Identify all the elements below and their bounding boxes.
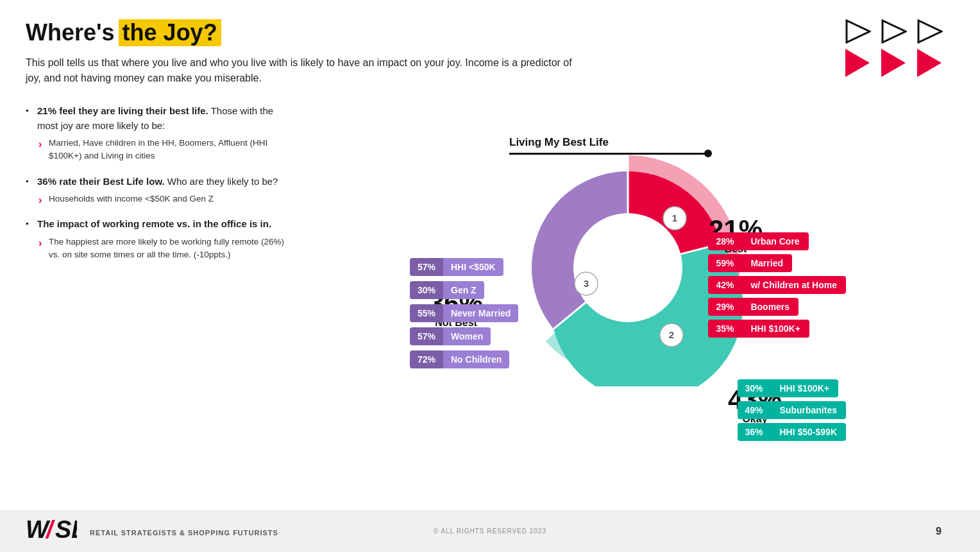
red-play-1 — [845, 49, 870, 77]
svg-text:/: / — [45, 516, 55, 542]
right-tags-top: 28% Urban Core 59% Married 42% w/ Childr… — [708, 232, 846, 338]
svg-marker-0 — [847, 21, 870, 42]
tag-nochildren: 72% No Children — [410, 350, 518, 368]
rtag-urbancore-pct: 28% — [708, 232, 741, 250]
footer-tagline: RETAIL STRATEGISTS & SHOPPING FUTURISTS — [90, 529, 278, 537]
chart-title-text: Living My Best Life — [509, 136, 609, 148]
bullet-sub-3: The happiest are more likely to be worki… — [26, 236, 289, 262]
rtag-married-label: Married — [741, 254, 792, 272]
bullet-main-1: 21% feel they are living their best life… — [26, 104, 289, 133]
tag-nevermarried-pct: 55% — [410, 304, 443, 322]
left-panel: 21% feel they are living their best life… — [26, 98, 289, 496]
chart-container: Living My Best Life — [410, 117, 846, 476]
circle-3-text: 3 — [584, 278, 589, 289]
title-prefix: Where's — [26, 19, 115, 46]
rtag-children-home-pct: 42% — [708, 276, 741, 294]
circle-1-text: 1 — [672, 212, 677, 223]
bullet-section-1: 21% feel they are living their best life… — [26, 104, 289, 163]
bullet-main-3: The impact of working remote vs. in the … — [26, 217, 289, 232]
red-play-3 — [917, 49, 942, 77]
left-tags: 57% HHI <$50K 30% Gen Z 55% Never Marrie… — [410, 258, 518, 368]
subtitle: This poll tells us that where you live a… — [26, 55, 577, 86]
outline-play-1 — [845, 19, 870, 42]
tag-hhi50k: 57% HHI <$50K — [410, 258, 518, 276]
tag-genz-label: Gen Z — [443, 281, 484, 299]
rtag-hhi5099k-pct: 36% — [738, 423, 771, 441]
rtag-hhi100k-bot: 30% HHI $100K+ — [738, 379, 847, 397]
footer-copyright: © ALL RIGHTS RESERVED 2023 — [434, 528, 546, 535]
rtag-suburbanites-pct: 49% — [738, 401, 771, 419]
footer-page-number: 9 — [936, 526, 942, 537]
footer-logo-area: W / SL — [26, 515, 77, 548]
rtag-suburbanites: 49% Suburbanites — [738, 401, 847, 419]
rtag-hhi100k-top: 35% HHI $100K+ — [708, 320, 846, 338]
bullet-sub-2: Households with income <$50K and Gen Z — [26, 193, 289, 205]
tag-nochildren-pct: 72% — [410, 350, 443, 368]
bullet-section-3: The impact of working remote vs. in the … — [26, 217, 289, 261]
circle-2-text: 2 — [669, 329, 674, 340]
rtag-hhi100k-top-label: HHI $100K+ — [741, 320, 809, 338]
page: Where's the Joy? This poll tells us that… — [0, 0, 980, 552]
tag-nochildren-label: No Children — [443, 350, 509, 368]
red-play-row — [845, 49, 942, 77]
wsl-logo-svg: W / SL — [26, 515, 77, 542]
rtag-hhi5099k-label: HHI $50-$99K — [771, 423, 847, 441]
bullet-sub-1: Married, Have children in the HH, Boomer… — [26, 137, 289, 163]
chart-area: Living My Best Life — [301, 98, 954, 496]
rtag-married: 59% Married — [708, 254, 846, 272]
outline-play-row — [845, 19, 942, 42]
rtag-boomers-label: Boomers — [741, 298, 798, 316]
rtag-hhi5099k: 36% HHI $50-$99K — [738, 423, 847, 441]
rtag-children-home: 42% w/ Children at Home — [708, 276, 846, 294]
bullet-main-2: 36% rate their Best Life low. Who are th… — [26, 175, 289, 189]
rtag-married-pct: 59% — [708, 254, 741, 272]
tag-women-label: Women — [443, 327, 491, 345]
main-content: 21% feel they are living their best life… — [26, 98, 954, 496]
red-play-2 — [881, 49, 906, 77]
tag-women-pct: 57% — [410, 327, 443, 345]
title-highlight: the Joy? — [119, 19, 221, 46]
rtag-boomers: 29% Boomers — [708, 298, 846, 316]
tag-women: 57% Women — [410, 327, 518, 345]
right-tags-bottom: 30% HHI $100K+ 49% Suburbanites 36% HHI … — [738, 379, 847, 441]
rtag-hhi100k-bot-pct: 30% — [738, 379, 771, 397]
tag-nevermarried: 55% Never Married — [410, 304, 518, 322]
rtag-hhi100k-bot-label: HHI $100K+ — [771, 379, 838, 397]
rtag-hhi100k-top-pct: 35% — [708, 320, 741, 338]
svg-marker-1 — [883, 21, 906, 42]
svg-text:SL: SL — [55, 516, 77, 542]
rtag-urbancore: 28% Urban Core — [708, 232, 846, 250]
bullet-section-2: 36% rate their Best Life low. Who are th… — [26, 175, 289, 206]
footer: W / SL RETAIL STRATEGISTS & SHOPPING FUT… — [0, 510, 980, 552]
rtag-suburbanites-label: Suburbanites — [771, 401, 846, 419]
title-row: Where's the Joy? — [26, 19, 954, 46]
rtag-children-home-label: w/ Children at Home — [741, 276, 846, 294]
tag-hhi50k-pct: 57% — [410, 258, 443, 276]
tag-hhi50k-label: HHI <$50K — [443, 258, 503, 276]
footer-logo: W / SL — [26, 515, 77, 548]
svg-marker-2 — [918, 21, 942, 42]
play-icons — [845, 19, 942, 77]
rtag-boomers-pct: 29% — [708, 298, 741, 316]
tag-genz-pct: 30% — [410, 281, 443, 299]
outline-play-3 — [917, 19, 942, 42]
outline-play-2 — [881, 19, 906, 42]
tag-genz: 30% Gen Z — [410, 281, 518, 299]
rtag-urbancore-label: Urban Core — [741, 232, 808, 250]
tag-nevermarried-label: Never Married — [443, 304, 518, 322]
